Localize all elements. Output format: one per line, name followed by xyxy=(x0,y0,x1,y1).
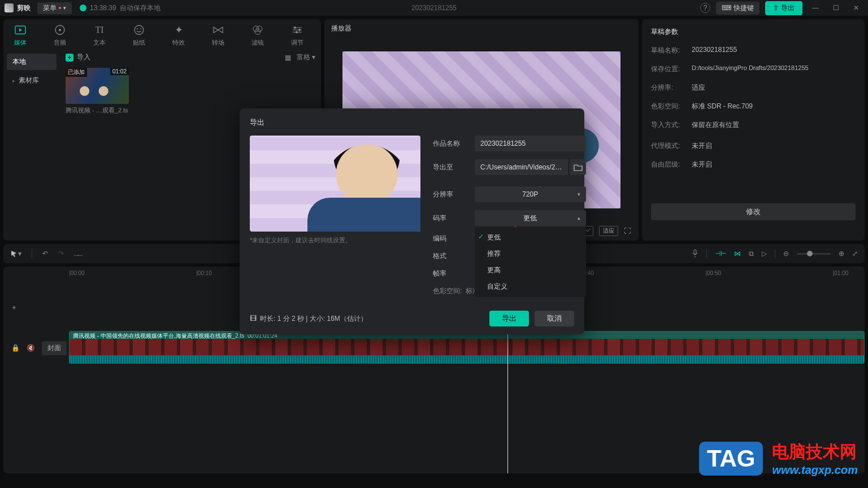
filter-icon xyxy=(251,24,264,36)
export-name-value: 202302181255 xyxy=(480,140,526,147)
watermark-tag: TAG xyxy=(699,442,763,476)
tab-adjust[interactable]: 调节 xyxy=(286,24,309,47)
autosave-time: 13:38:39 xyxy=(90,4,116,12)
bitrate-option-lower[interactable]: 更低 xyxy=(475,229,586,246)
tab-media[interactable]: 媒体 xyxy=(9,24,32,47)
export-cancel-button[interactable]: 取消 xyxy=(535,311,574,326)
thumbnail-label: 腾讯视频 - …观看_2.ts xyxy=(66,106,129,115)
sidebar-item-local[interactable]: 本地 xyxy=(7,54,57,70)
draft-params-panel: 草稿参数 草稿名称:202302181255 保存位置:D:/tools/Jia… xyxy=(642,19,865,241)
zoom-fit-icon[interactable]: ⤢ xyxy=(852,250,858,258)
help-icon[interactable]: ? xyxy=(700,3,710,13)
browse-folder-button[interactable] xyxy=(570,159,586,175)
export-name-input[interactable]: 202302181255 xyxy=(475,136,586,151)
svg-point-3 xyxy=(134,25,144,34)
magnet-aux-icon[interactable]: ⋈ xyxy=(734,250,741,258)
magnet-main-icon[interactable]: ⊣⊢ xyxy=(715,250,726,258)
fit-button[interactable]: 适应 xyxy=(599,226,618,236)
ruler-tick: |01:00 xyxy=(833,270,849,276)
video-clip[interactable]: 腾讯视频 - 中国领先的在线视频媒体平台,海量高清视频在线观看_2.ts 00:… xyxy=(69,331,865,364)
player-title: 播放器 xyxy=(324,19,639,38)
ruler-tick: |00:10 xyxy=(196,270,212,276)
audio-icon xyxy=(54,24,66,36)
zoom-in-icon[interactable]: ⊕ xyxy=(839,250,844,258)
params-proxy-key: 代理模式: xyxy=(651,141,692,151)
export-fps-label: 帧率 xyxy=(433,269,475,278)
params-name-key: 草稿名称: xyxy=(651,46,692,55)
export-name-label: 作品名称 xyxy=(433,139,475,149)
media-thumbnail[interactable]: 已添加 01:02 腾讯视频 - …观看_2.ts xyxy=(66,68,129,115)
video-track: 🔒 🔇 封面 腾讯视频 - 中国领先的在线视频媒体平台,海量高清视频在线观看_2… xyxy=(3,331,865,365)
export-button-top[interactable]: ⇧ 导出 xyxy=(765,1,802,15)
svg-point-2 xyxy=(59,29,61,31)
tab-effect[interactable]: ✦ 特效 xyxy=(167,24,190,47)
sort-dropdown[interactable]: 富格 ▾ xyxy=(297,53,315,62)
mute-icon[interactable]: 🔇 xyxy=(27,344,35,352)
bitrate-option-custom[interactable]: 自定义 xyxy=(475,278,586,295)
preview-icon[interactable]: ▷ xyxy=(762,250,767,258)
export-icon: ⇧ xyxy=(773,4,779,12)
export-confirm-button[interactable]: 导出 xyxy=(489,311,529,326)
shortcut-keys-button[interactable]: ⌨ 快捷键 xyxy=(716,2,760,15)
modify-button[interactable]: 修改 xyxy=(651,203,856,220)
menu-button[interactable]: 菜单 ▾ xyxy=(37,2,72,14)
sidebar-item-library[interactable]: ▸素材库 xyxy=(7,72,57,89)
window-maximize-icon[interactable]: ☐ xyxy=(828,4,843,12)
tab-transition-label: 转场 xyxy=(212,38,224,47)
tab-media-label: 媒体 xyxy=(14,38,27,47)
export-title: 导出 xyxy=(250,117,574,128)
text-icon: TI xyxy=(93,24,106,36)
fx-track-icon[interactable]: ✦ xyxy=(11,304,17,312)
cover-button[interactable]: 封面 xyxy=(42,341,67,355)
bitrate-option-higher[interactable]: 更高 xyxy=(475,262,586,278)
menu-notif-dot-icon xyxy=(59,7,61,9)
bitrate-select[interactable]: 更低 ▴ 更低 推荐 更高 自定义 xyxy=(475,210,586,226)
window-minimize-icon[interactable]: — xyxy=(808,4,823,12)
bitrate-option-recommend[interactable]: 推荐 xyxy=(475,246,586,262)
params-import-key: 导入方式: xyxy=(651,120,692,130)
undo-icon[interactable]: ↶ xyxy=(42,250,48,258)
shortcut-label: 快捷键 xyxy=(734,3,754,13)
footer-info-text: 时长: 1 分 2 秒 | 大小: 16M（估计） xyxy=(260,314,367,324)
zoom-slider[interactable] xyxy=(797,253,831,255)
params-color-key: 色彩空间: xyxy=(651,102,692,111)
watermark-line2: www.tagxp.com xyxy=(772,464,858,477)
export-codec-label: 编码 xyxy=(433,234,475,243)
params-res-val: 适应 xyxy=(692,83,705,93)
tab-transition[interactable]: 转场 xyxy=(207,24,229,47)
thumbnail-duration: 01:02 xyxy=(110,68,129,75)
cover-preview[interactable] xyxy=(250,136,420,232)
fullscreen-icon[interactable]: ⛶ xyxy=(624,227,631,235)
split-icon[interactable]: ⎵⎵ xyxy=(74,250,82,258)
mic-icon[interactable] xyxy=(692,249,698,258)
export-path-input[interactable]: C:/Users/admin/Videos/2… xyxy=(475,159,568,175)
tab-effect-label: 特效 xyxy=(172,38,185,47)
chevron-down-icon: ▾ xyxy=(578,191,580,197)
resolution-select[interactable]: 720P▾ xyxy=(475,186,586,202)
params-import-val: 保留在原有位置 xyxy=(692,120,739,130)
tab-sticker[interactable]: 贴纸 xyxy=(128,24,150,47)
params-layer-key: 自由层级: xyxy=(651,160,692,169)
titlebar: 剪映 菜单 ▾ 13:38:39 自动保存本地 202302181255 ? ⌨… xyxy=(0,0,868,16)
redo-icon[interactable]: ↷ xyxy=(58,250,64,258)
tab-text[interactable]: TI 文本 xyxy=(88,24,111,47)
params-color-val: 标准 SDR - Rec.709 xyxy=(692,102,753,111)
link-icon[interactable]: ⧉ xyxy=(749,250,754,258)
params-name-val: 202302181255 xyxy=(692,46,737,55)
pointer-tool-icon[interactable]: ▾ xyxy=(10,250,21,258)
menu-label: 菜单 xyxy=(43,3,57,13)
adjust-icon xyxy=(291,24,303,36)
lock-icon[interactable]: 🔒 xyxy=(11,344,20,352)
keyboard-icon: ⌨ xyxy=(722,4,731,12)
layout-toggle-icon[interactable]: ▦ xyxy=(285,54,291,62)
tab-audio[interactable]: 音频 xyxy=(49,24,71,47)
window-close-icon[interactable]: ✕ xyxy=(849,4,863,12)
zoom-out-icon[interactable]: ⊖ xyxy=(783,250,789,258)
tab-filter[interactable]: 滤镜 xyxy=(246,24,269,47)
import-button[interactable]: + 导入 xyxy=(66,53,90,62)
project-name[interactable]: 202302181255 xyxy=(411,4,457,12)
ruler-tick: |00:00 xyxy=(69,270,85,276)
ruler-tick: |00:50 xyxy=(705,270,721,276)
export-format-label: 格式 xyxy=(433,251,475,261)
transition-icon xyxy=(212,24,224,36)
